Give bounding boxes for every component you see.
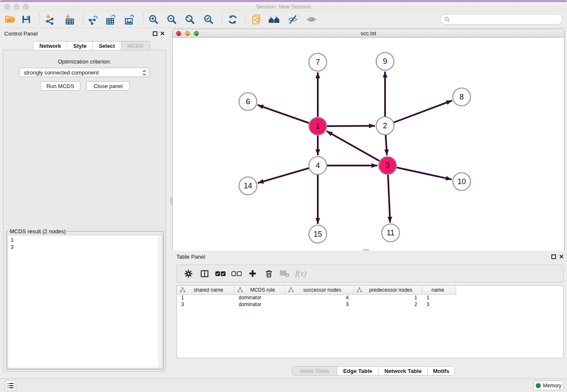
table-tabs: Node Table Edge Table Network Table Moti… — [292, 366, 455, 375]
tab-node-table[interactable]: Node Table — [292, 367, 337, 375]
table-cell[interactable]: 3 — [285, 301, 354, 308]
delete-table-icon[interactable] — [277, 269, 293, 278]
graph-edge-3-1[interactable] — [327, 131, 388, 166]
import-network-icon[interactable] — [44, 14, 56, 25]
control-panel: Control Panel ✕ Network Style Select MCD… — [0, 28, 172, 378]
table-cell[interactable]: 2 — [354, 301, 422, 308]
table-cell[interactable]: 3 — [422, 301, 456, 308]
mcds-result-text[interactable]: 1 3 — [8, 235, 162, 368]
memory-label: Memory — [543, 383, 561, 389]
column-header-name[interactable]: name — [422, 286, 456, 295]
zoom-fit-icon[interactable] — [184, 14, 196, 25]
graph-edge-1-6[interactable] — [258, 105, 318, 126]
tab-network[interactable]: Network — [33, 41, 67, 50]
table-panel: Table Panel ✕ — [172, 251, 567, 378]
task-history-button[interactable] — [5, 381, 16, 391]
search-input[interactable] — [450, 15, 562, 24]
table-options-icon[interactable] — [180, 269, 196, 278]
show-column-panel-icon[interactable] — [196, 269, 212, 278]
zoom-out-icon[interactable] — [166, 14, 178, 25]
tab-select[interactable]: Select — [93, 41, 121, 50]
network-view-window: scc.txt 7968124314101511 — [172, 29, 564, 251]
optimization-criterion-label: Optimization criterion: — [3, 58, 165, 65]
toolbar-separator — [83, 14, 83, 25]
node-table: shared nameMCDS rolesuccessor nodesprede… — [176, 285, 564, 358]
result-scrollbar[interactable] — [158, 235, 162, 368]
show-hidden-icon[interactable] — [306, 14, 317, 25]
column-header-successor-nodes[interactable]: successor nodes — [285, 286, 354, 295]
titlebar: Session: New Session — [0, 2, 567, 11]
column-header-MCDS-role[interactable]: MCDS role — [234, 286, 285, 295]
tab-edge-table[interactable]: Edge Table — [337, 367, 378, 375]
search-field — [440, 14, 563, 25]
first-neighbors-icon[interactable] — [268, 14, 280, 25]
table-cell[interactable]: 1 — [177, 295, 234, 301]
memory-button[interactable]: Memory — [534, 381, 564, 390]
function-builder-icon[interactable]: f(x) — [293, 269, 309, 278]
column-header-predecessor-nodes[interactable]: predecessor nodes — [354, 286, 422, 295]
criterion-dropdown-value: strongly connected component — [24, 69, 99, 76]
table-cell[interactable]: dominator — [234, 301, 285, 308]
hide-selected-icon[interactable] — [287, 14, 299, 25]
close-panel-button[interactable]: Close panel — [86, 81, 130, 91]
search-icon — [444, 16, 450, 22]
column-header-shared-name[interactable]: shared name — [177, 286, 234, 295]
graph-node-label: 15 — [314, 230, 322, 238]
open-session-icon[interactable] — [4, 14, 16, 25]
table-header-row: shared nameMCDS rolesuccessor nodesprede… — [177, 286, 563, 295]
graph-node-label: 7 — [316, 58, 320, 66]
float-panel-icon[interactable] — [153, 31, 157, 36]
add-column-icon[interactable] — [245, 269, 261, 278]
graph-edge-3-10[interactable] — [388, 166, 452, 179]
fx-label: f(x) — [295, 269, 306, 278]
refresh-view-icon[interactable] — [227, 14, 239, 25]
graph-node-label: 6 — [246, 97, 250, 106]
export-table-icon[interactable] — [105, 14, 117, 25]
mcds-result-line: 3 — [11, 243, 162, 251]
close-table-panel-icon[interactable]: ✕ — [559, 253, 564, 260]
toolbar-separator — [245, 14, 246, 25]
table-cell[interactable]: 1 — [422, 295, 456, 301]
network-view-title: scc.txt — [173, 30, 564, 36]
tab-network-table[interactable]: Network Table — [379, 367, 428, 375]
toolbar-separator — [39, 14, 39, 25]
criterion-dropdown[interactable]: strongly connected component — [19, 68, 149, 77]
deselect-all-columns-icon[interactable] — [228, 270, 245, 277]
graph-edge-2-8[interactable] — [385, 100, 452, 126]
select-all-columns-icon[interactable] — [212, 270, 228, 277]
toolbar-separator — [143, 14, 143, 25]
network-window-titlebar[interactable]: scc.txt — [173, 29, 564, 38]
network-canvas[interactable]: 7968124314101511 — [173, 38, 564, 251]
dropdown-stepper-icon — [142, 69, 146, 77]
clone-network-icon[interactable] — [250, 14, 262, 25]
status-bar: Memory — [0, 378, 567, 392]
table-cell[interactable]: dominator — [234, 295, 285, 301]
control-panel-title: Control Panel — [4, 30, 38, 37]
tab-mcds[interactable]: MCDS — [121, 41, 149, 50]
graph-node-label: 10 — [457, 177, 466, 186]
tab-style[interactable]: Style — [67, 41, 93, 50]
delete-columns-icon[interactable] — [261, 269, 277, 278]
import-table-icon[interactable] — [64, 14, 76, 25]
table-body: 1dominator4113dominator323 — [177, 295, 563, 308]
export-image-icon[interactable] — [124, 14, 135, 25]
table-row[interactable]: 3dominator323 — [177, 301, 563, 308]
table-cell[interactable]: 4 — [285, 295, 354, 301]
toolbar-separator — [222, 14, 222, 25]
table-cell[interactable]: 3 — [177, 301, 234, 308]
table-row[interactable]: 1dominator411 — [177, 295, 563, 301]
tab-motifs[interactable]: Motifs — [428, 367, 454, 375]
save-session-icon[interactable] — [20, 14, 32, 25]
run-mcds-button[interactable]: Run MCDS — [40, 81, 80, 91]
table-toolbar: f(x) — [176, 265, 564, 282]
graph-node-label: 8 — [460, 93, 464, 101]
network-graph[interactable]: 7968124314101511 — [173, 38, 564, 251]
zoom-in-icon[interactable] — [148, 14, 160, 25]
float-table-panel-icon[interactable] — [551, 254, 556, 259]
zoom-selected-icon[interactable] — [203, 14, 215, 25]
export-network-icon[interactable] — [87, 14, 99, 25]
close-panel-icon[interactable]: ✕ — [160, 30, 165, 37]
main-toolbar — [0, 11, 567, 28]
mcds-result-line: 1 — [11, 236, 162, 243]
table-cell[interactable]: 1 — [354, 295, 422, 301]
